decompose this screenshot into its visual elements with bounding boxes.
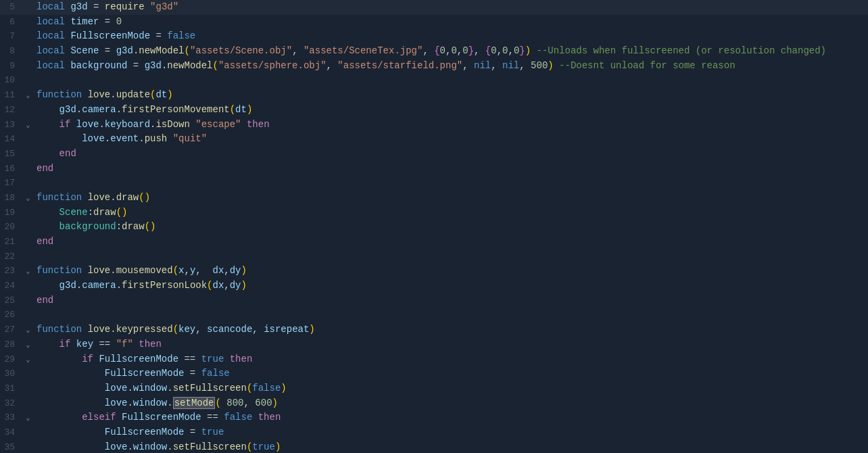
code-line: 33 ⌄ elseif FullscreenMode == false then (0, 410, 868, 425)
code-line: 9 local background = g3d.newModel("asset… (0, 59, 868, 74)
code-editor: 5 local g3d = require "g3d" 6 local time… (0, 0, 868, 453)
code-line: 7 local FullscreenMode = false (0, 29, 868, 44)
code-line: 30 FullscreenMode = false (0, 366, 868, 381)
code-line: 34 FullscreenMode = true (0, 425, 868, 440)
code-line: 8 local Scene = g3d.newModel("assets/Sce… (0, 44, 868, 59)
code-line: 23 ⌄ function love.mousemoved(x,y, dx,dy… (0, 264, 868, 279)
code-line: 6 local timer = 0 (0, 15, 868, 30)
code-line: 29 ⌄ if FullscreenMode == true then (0, 352, 868, 367)
code-line: 28 ⌄ if key == "f" then (0, 337, 868, 352)
code-line: 10 (0, 73, 868, 88)
code-line: 17 (0, 176, 868, 191)
code-line: 25 end (0, 293, 868, 308)
code-line: 35 love.window.setFullscreen(true) (0, 440, 868, 453)
code-line: 13 ⌄ if love.keyboard.isDown "escape" th… (0, 118, 868, 133)
code-line: 5 local g3d = require "g3d" (0, 0, 868, 15)
code-line: 24 g3d.camera.firstPersonLook(dx,dy) (0, 279, 868, 293)
code-line: 18 ⌄ function love.draw() (0, 191, 868, 206)
code-line: 22 (0, 249, 868, 264)
code-line: 11 ⌄ function love.update(dt) (0, 88, 868, 103)
code-line: 16 end (0, 162, 868, 176)
code-line: 19 Scene:draw() (0, 206, 868, 220)
code-line: 31 love.window.setFullscreen(false) (0, 381, 868, 396)
code-line: 12 g3d.camera.firstPersonMovement(dt) (0, 103, 868, 118)
code-line: 32 love.window.setMode( 800, 600) (0, 396, 868, 411)
code-line: 15 end (0, 147, 868, 162)
code-line: 21 end (0, 235, 868, 249)
code-line: 27 ⌄ function love.keypressed(key, scanc… (0, 323, 868, 337)
code-line: 14 love.event.push "quit" (0, 132, 868, 147)
code-line: 20 background:draw() (0, 220, 868, 235)
code-line: 26 (0, 308, 868, 323)
